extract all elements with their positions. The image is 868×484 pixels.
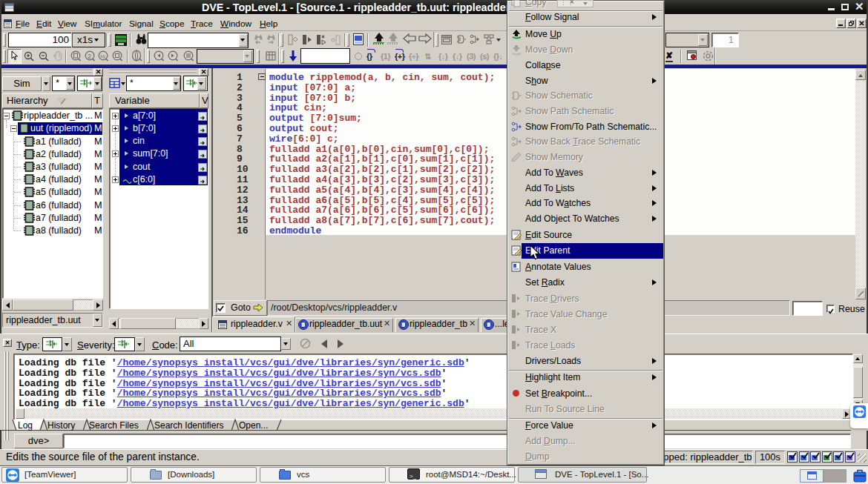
svg-text:½: ½ <box>100 53 105 60</box>
svg-text:2: 2 <box>88 53 91 60</box>
